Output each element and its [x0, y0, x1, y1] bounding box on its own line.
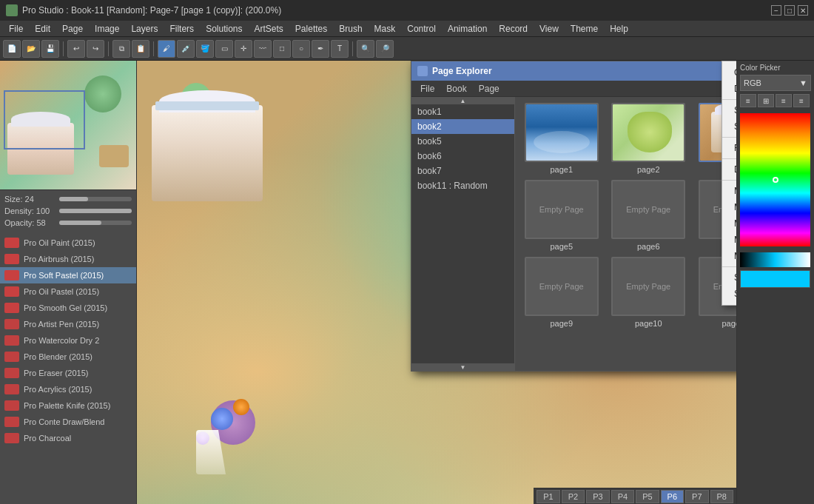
ctx-delete[interactable]: Delete — [722, 81, 736, 97]
rp-btn-4[interactable]: ≡ — [793, 94, 810, 107]
ctx-move-page1[interactable]: Move to Page 1 — [722, 215, 736, 232]
page-tab-p7[interactable]: P7 — [685, 490, 708, 503]
menu-palettes[interactable]: Palettes — [289, 22, 333, 36]
menu-edit[interactable]: Edit — [29, 22, 56, 36]
tool-pen[interactable]: ✒ — [312, 40, 329, 58]
brush-item[interactable]: Pro Smooth Gel (2015) — [0, 300, 136, 316]
brush-item[interactable]: Pro Artist Pen (2015) — [0, 316, 136, 332]
book-item-book2[interactable]: book2 — [411, 119, 514, 134]
brush-item[interactable]: Pro Acrylics (2015) — [0, 381, 136, 397]
tool-save[interactable]: 💾 — [41, 40, 59, 58]
ctx-duplicate[interactable]: Duplicate — [722, 161, 736, 178]
brush-item-watercolor[interactable]: Pro Watercolor Dry 2 — [0, 332, 136, 349]
rp-btn-3[interactable]: ≡ — [776, 94, 792, 107]
page-cell-page1[interactable]: page1 — [521, 103, 602, 174]
ctx-open[interactable]: Open — [722, 64, 736, 81]
maximize-button[interactable]: □ — [784, 5, 795, 16]
tool-ellipse[interactable]: ○ — [292, 40, 310, 58]
tool-rect[interactable]: □ — [273, 40, 291, 58]
ctx-move-book[interactable]: Move to Book — [722, 248, 736, 264]
ctx-select-all[interactable]: Select All — [722, 269, 736, 286]
tool-fill[interactable]: 🪣 — [196, 40, 214, 58]
pe-menu-book[interactable]: Book — [440, 82, 472, 95]
brush-item[interactable]: Pro Oil Paint (2015) — [0, 235, 136, 251]
window-controls[interactable]: − □ ✕ — [771, 5, 808, 16]
page-tab-p4[interactable]: P4 — [611, 490, 634, 503]
menu-animation[interactable]: Animation — [442, 22, 493, 36]
page-thumbnail-page1[interactable] — [525, 103, 599, 162]
tool-text[interactable]: T — [331, 40, 349, 58]
tool-move[interactable]: ✛ — [235, 40, 252, 58]
tool-paste[interactable]: 📋 — [132, 40, 149, 58]
color-swatch[interactable] — [740, 270, 810, 288]
page-cell-page6[interactable]: Empty Page page6 — [608, 180, 690, 251]
menu-mask[interactable]: Mask — [369, 22, 402, 36]
brush-item[interactable]: Pro Palette Knife (2015) — [0, 397, 136, 414]
book-scroll-down[interactable]: ▼ — [411, 363, 514, 371]
tool-eyedropper[interactable]: 💉 — [177, 40, 195, 58]
color-spectrum[interactable] — [740, 113, 810, 246]
menu-brush[interactable]: Brush — [333, 22, 368, 36]
tool-brush[interactable]: 🖌 — [158, 40, 175, 58]
page-cell-page2[interactable]: page2 — [608, 103, 690, 174]
page-cell-page9[interactable]: Empty Page page9 — [521, 257, 602, 328]
tool-new[interactable]: 📄 — [3, 40, 21, 58]
tool-open[interactable]: 📂 — [22, 40, 40, 58]
menu-theme[interactable]: Theme — [565, 22, 604, 36]
color-mode-dropdown[interactable]: RGB ▼ — [740, 75, 811, 91]
menu-image[interactable]: Image — [89, 22, 125, 36]
brush-item[interactable]: Pro Airbrush (2015) — [0, 251, 136, 267]
book-item-book7[interactable]: book7 — [411, 164, 514, 178]
menu-solutions[interactable]: Solutions — [200, 22, 248, 36]
menu-help[interactable]: Help — [604, 22, 634, 36]
brush-item[interactable]: Pro Conte Draw/Blend — [0, 414, 136, 430]
menu-layers[interactable]: Layers — [125, 22, 164, 36]
menu-filters[interactable]: Filters — [164, 22, 200, 36]
brush-item-selected[interactable]: Pro Soft Pastel (2015) — [0, 267, 136, 283]
page-cell-page10[interactable]: Empty Page page10 — [608, 257, 690, 328]
ctx-select-none[interactable]: Select None — [722, 286, 736, 302]
menu-view[interactable]: View — [534, 22, 565, 36]
menu-page[interactable]: Page — [56, 22, 89, 36]
opacity-slider[interactable] — [59, 221, 132, 225]
ctx-move-position[interactable]: Move to Position — [722, 232, 736, 248]
ctx-set-clone[interactable]: Set as Clone/Tracing Source — [722, 102, 736, 118]
ctx-set-reference[interactable]: Set as Reference Image — [722, 118, 736, 135]
menu-file[interactable]: File — [3, 22, 29, 36]
page-tab-p2[interactable]: P2 — [562, 490, 585, 503]
page-tab-p5[interactable]: P5 — [636, 490, 659, 503]
book-scroll-up[interactable]: ▲ — [411, 97, 514, 104]
ctx-rename[interactable]: Rename — [722, 140, 736, 156]
book-item-book1[interactable]: book1 — [411, 104, 514, 119]
book-item-book6[interactable]: book6 — [411, 149, 514, 164]
tool-zoom-in[interactable]: 🔍 — [357, 40, 374, 58]
page-tab-p6[interactable]: P6 — [661, 490, 684, 503]
size-slider[interactable] — [59, 197, 132, 201]
tool-select-rect[interactable]: ▭ — [215, 40, 233, 58]
menu-control[interactable]: Control — [401, 22, 442, 36]
page-tab-p3[interactable]: P3 — [586, 490, 609, 503]
book-item-book5[interactable]: book5 — [411, 134, 514, 149]
tool-redo[interactable]: ↪ — [87, 40, 104, 58]
page-thumbnail-page2[interactable] — [611, 103, 685, 162]
ctx-move-back[interactable]: Move Back — [722, 183, 736, 199]
pe-menu-page[interactable]: Page — [473, 82, 505, 95]
canvas-area[interactable]: Page Explorer ✕ File Book Page ▲ book1 b… — [137, 61, 736, 504]
page-thumbnail-page9[interactable]: Empty Page — [525, 257, 599, 316]
page-tab-p8[interactable]: P8 — [710, 490, 733, 503]
density-slider[interactable] — [59, 209, 132, 213]
page-thumbnail-page10[interactable]: Empty Page — [611, 257, 685, 316]
pe-menu-file[interactable]: File — [414, 82, 440, 95]
ctx-move-forward[interactable]: Move Forward — [722, 199, 736, 215]
minimize-button[interactable]: − — [771, 5, 781, 16]
rp-btn-2[interactable]: ⊞ — [758, 94, 774, 107]
rp-btn-1[interactable]: ≡ — [740, 94, 756, 107]
brush-item[interactable]: Pro Eraser (2015) — [0, 365, 136, 381]
close-button[interactable]: ✕ — [798, 5, 808, 16]
menu-artsets[interactable]: ArtSets — [249, 22, 289, 36]
brush-item[interactable]: Pro Blender (2015) — [0, 349, 136, 365]
page-cell-page5[interactable]: Empty Page page5 — [521, 180, 602, 251]
page-tab-p1[interactable]: P1 — [536, 490, 559, 503]
color-gradient-bar[interactable] — [740, 252, 810, 267]
brush-item[interactable]: Pro Charcoal — [0, 430, 136, 446]
